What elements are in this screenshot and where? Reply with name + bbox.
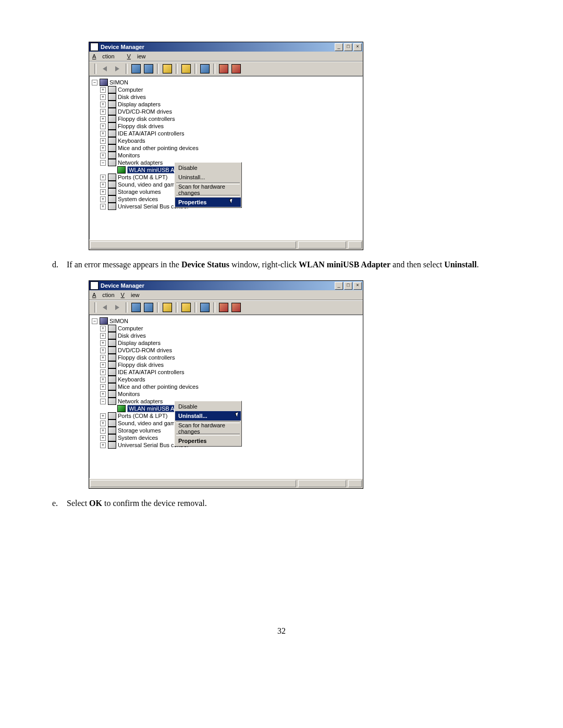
forward-button[interactable] [112, 302, 123, 313]
toolbar-btn-2[interactable] [143, 302, 154, 313]
tree-item[interactable]: +Keyboards [90, 376, 362, 383]
context-menu-uninstall[interactable]: Uninstall... [175, 172, 241, 182]
tree-item[interactable]: +IDE ATA/ATAPI controllers [90, 368, 362, 376]
expand-icon[interactable]: − [100, 160, 106, 166]
instruction-e: e. Select OK to confirm the device remov… [52, 495, 511, 512]
expand-icon[interactable]: + [100, 87, 106, 93]
expand-icon[interactable]: − [100, 399, 106, 404]
context-menu-disable[interactable]: Disable [175, 163, 241, 172]
toolbar-btn-5[interactable] [218, 302, 229, 313]
tree-root[interactable]: − SIMON [90, 79, 362, 86]
device-category-icon [108, 188, 116, 195]
toolbar-btn-6[interactable] [230, 63, 242, 75]
tree-item[interactable]: +DVD/CD-ROM drives [90, 108, 362, 115]
expand-icon[interactable]: + [100, 369, 106, 375]
menu-view[interactable]: View [127, 53, 146, 59]
expand-icon[interactable]: + [100, 145, 106, 151]
expand-icon[interactable]: + [100, 189, 106, 195]
expand-icon[interactable]: + [100, 377, 106, 382]
expand-icon[interactable]: + [100, 116, 106, 122]
tree-root[interactable]: − SIMON [90, 317, 362, 325]
expand-icon[interactable]: + [100, 333, 106, 339]
expand-icon[interactable]: + [100, 340, 106, 346]
tree-item[interactable]: +Floppy disk drives [90, 361, 362, 368]
minimize-button[interactable]: _ [335, 43, 343, 51]
tree-item[interactable]: +Keyboards [90, 137, 362, 144]
menu-action[interactable]: Action [92, 292, 115, 298]
expand-icon[interactable]: + [100, 413, 106, 419]
toolbar-btn-3[interactable] [180, 302, 192, 313]
scanhw-toolbar-button[interactable] [199, 302, 211, 313]
forward-button[interactable] [112, 63, 123, 75]
expand-icon[interactable]: + [100, 109, 106, 115]
tree-item[interactable]: +Display adapters [90, 339, 362, 347]
context-menu-uninstall[interactable]: Uninstall... [175, 411, 241, 421]
properties-toolbar-button[interactable] [162, 63, 173, 75]
toolbar-btn-6[interactable] [230, 302, 242, 313]
expand-icon[interactable]: + [100, 153, 106, 158]
collapse-icon[interactable]: − [92, 318, 97, 324]
tree-item[interactable]: +DVD/CD-ROM drives [90, 347, 362, 354]
toolbar-btn-1[interactable] [130, 302, 142, 313]
tree-item[interactable]: +Mice and other pointing devices [90, 144, 362, 152]
expand-icon[interactable]: + [100, 442, 106, 448]
tree-item[interactable]: +Disk drives [90, 93, 362, 101]
toolbar-btn-3[interactable] [180, 63, 192, 75]
context-menu-scan[interactable]: Scan for hardware changes [175, 424, 241, 433]
expand-icon[interactable]: + [100, 384, 106, 390]
expand-icon[interactable]: + [100, 102, 106, 107]
toolbar-btn-5[interactable] [218, 63, 229, 75]
collapse-icon[interactable]: − [92, 80, 97, 85]
scanhw-toolbar-button[interactable] [199, 63, 211, 75]
tree-item[interactable]: +IDE ATA/ATAPI controllers [90, 130, 362, 137]
tree-item[interactable]: +Display adapters [90, 101, 362, 108]
maximize-button[interactable]: □ [344, 43, 352, 51]
expand-icon[interactable]: + [100, 204, 106, 209]
context-menu-disable[interactable]: Disable [175, 402, 241, 411]
titlebar[interactable]: Device Manager _ □ × [89, 281, 363, 290]
back-button[interactable] [99, 302, 111, 313]
tree-item[interactable]: +Floppy disk controllers [90, 115, 362, 122]
expand-icon[interactable]: + [100, 421, 106, 426]
titlebar[interactable]: Device Manager _ □ × [89, 42, 363, 52]
context-menu-scan[interactable]: Scan for hardware changes [175, 185, 241, 194]
expand-icon[interactable]: + [100, 124, 106, 129]
tree-item[interactable]: +Floppy disk drives [90, 122, 362, 130]
expand-icon[interactable]: + [100, 182, 106, 188]
context-menu-properties[interactable]: Properties [175, 436, 241, 446]
back-button[interactable] [99, 63, 111, 75]
menu-view[interactable]: View [121, 292, 140, 298]
tree-item[interactable]: +Mice and other pointing devices [90, 383, 362, 390]
expand-icon[interactable]: + [100, 355, 106, 361]
device-tree[interactable]: − SIMON +Computer+Disk drives+Display ad… [89, 315, 363, 478]
expand-icon[interactable]: + [100, 138, 106, 144]
expand-icon[interactable]: + [100, 131, 106, 137]
expand-icon[interactable]: + [100, 348, 106, 353]
tree-item[interactable]: +Computer [90, 86, 362, 93]
tree-item[interactable]: +Monitors [90, 152, 362, 159]
close-button[interactable]: × [353, 43, 362, 51]
expand-icon[interactable]: + [100, 391, 106, 397]
expand-icon[interactable]: + [100, 196, 106, 202]
menu-action[interactable]: Action [92, 53, 121, 59]
expand-icon[interactable]: + [100, 362, 106, 368]
tree-item[interactable]: +Computer [90, 325, 362, 332]
device-tree[interactable]: − SIMON +Computer+Disk drives+Display ad… [89, 76, 363, 240]
properties-toolbar-button[interactable] [162, 302, 173, 313]
toolbar-btn-1[interactable] [130, 63, 142, 75]
toolbar-btn-2[interactable] [143, 63, 154, 75]
tree-item[interactable]: +Disk drives [90, 332, 362, 339]
expand-icon[interactable]: + [100, 175, 106, 180]
expand-icon[interactable]: + [100, 94, 106, 100]
tree-item[interactable]: +Monitors [90, 390, 362, 398]
context-menu-properties[interactable]: Properties [175, 198, 241, 207]
expand-icon[interactable]: + [100, 326, 106, 331]
tree-item-label: Keyboards [118, 138, 145, 144]
device-category-icon [108, 434, 116, 441]
expand-icon[interactable]: + [100, 435, 106, 441]
tree-item[interactable]: +Floppy disk controllers [90, 354, 362, 361]
expand-icon[interactable]: + [100, 428, 106, 434]
minimize-button[interactable]: _ [335, 282, 343, 290]
close-button[interactable]: × [353, 282, 362, 290]
maximize-button[interactable]: □ [344, 282, 352, 290]
